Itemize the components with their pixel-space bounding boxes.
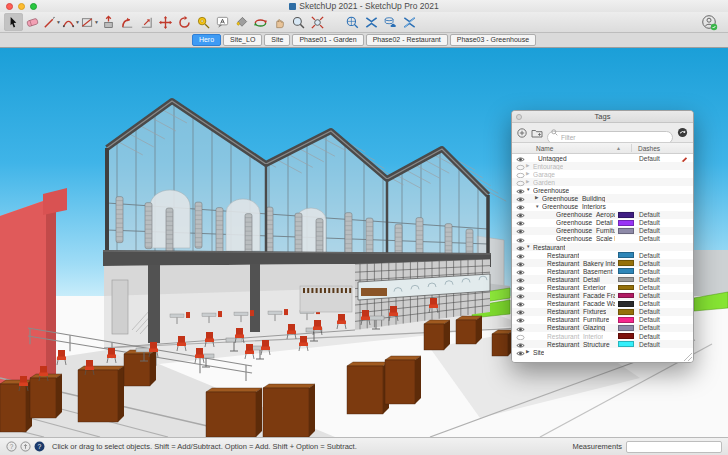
tag-color-swatch[interactable] (618, 325, 634, 331)
tag-row-untagged[interactable]: UntaggedDefault (512, 154, 693, 162)
extension-warehouse-tool[interactable] (400, 13, 419, 31)
search-3d-warehouse-tool[interactable] (343, 13, 362, 31)
select-tool[interactable] (4, 13, 23, 31)
tag-folder-row-garden[interactable]: ▶Garden (512, 178, 693, 186)
tags-panel-titlebar[interactable]: Tags (512, 111, 693, 123)
tag-color-swatch[interactable] (618, 212, 634, 218)
tag-color-swatch[interactable] (618, 317, 634, 323)
context-help-icon[interactable]: ? (34, 441, 45, 452)
line-tool[interactable]: ▼ (42, 13, 61, 31)
tag-row-restaurant-basement[interactable]: Restaurant_BasementDefault (512, 267, 693, 275)
tag-dashes-value[interactable]: Default (639, 276, 660, 283)
trimble-connect-tool[interactable] (381, 13, 400, 31)
push-pull-tool[interactable] (99, 13, 118, 31)
tag-row-restaurant-detail[interactable]: Restaurant_DetailDefault (512, 275, 693, 283)
tag-color-swatch[interactable] (618, 301, 634, 307)
tag-color-swatch[interactable] (618, 285, 634, 291)
tag-row-greenhouse-aeroponics[interactable]: Greenhouse_AeroponicsDefault (512, 211, 693, 219)
pan-tool[interactable] (270, 13, 289, 31)
visibility-eye-icon[interactable] (516, 350, 525, 358)
tag-dashes-value[interactable]: Default (639, 268, 660, 275)
scene-tab-site-lo[interactable]: Site_LO (223, 34, 262, 46)
scene-tab-phase01-garden[interactable]: Phase01 - Garden (292, 34, 363, 46)
tag-dashes-value[interactable]: Default (639, 308, 660, 315)
add-tag-button[interactable] (517, 128, 527, 138)
tag-dashes-value[interactable]: Default (639, 219, 660, 226)
rotate-tool[interactable] (175, 13, 194, 31)
tag-row-restaurant-fixtures[interactable]: Restaurant_FixturesDefault (512, 308, 693, 316)
tag-color-swatch[interactable] (618, 333, 634, 339)
tag-row-restaurant[interactable]: RestaurantDefault (512, 251, 693, 259)
tag-filter-field[interactable] (547, 126, 673, 139)
tag-folder-row-garage[interactable]: ▶Garage (512, 170, 693, 178)
tag-row-restaurant-facade-frame[interactable]: Restaurant_Facade FrameDefault (512, 292, 693, 300)
tag-dashes-value[interactable]: Default (639, 155, 660, 162)
tag-folder-row-greenhouse[interactable]: ▼Greenhouse (512, 186, 693, 194)
tag-color-swatch[interactable] (618, 309, 634, 315)
account-avatar-icon[interactable] (701, 14, 718, 31)
scene-tab-hero[interactable]: Hero (192, 34, 221, 46)
tag-color-swatch[interactable] (618, 220, 634, 226)
tag-color-swatch[interactable] (618, 341, 634, 347)
tag-dashes-value[interactable]: Default (639, 333, 660, 340)
3d-warehouse-tool[interactable] (362, 13, 381, 31)
tag-dashes-value[interactable]: Default (639, 324, 660, 331)
panel-resize-grip[interactable] (684, 353, 692, 361)
tag-row-restaurant-structure[interactable]: Restaurant_StructureDefault (512, 340, 693, 348)
offset-tool[interactable] (137, 13, 156, 31)
tags-column-header[interactable]: Name ▲ Dashes (512, 142, 693, 154)
tag-dashes-value[interactable]: Default (639, 211, 660, 218)
tag-dashes-value[interactable]: Default (639, 227, 660, 234)
help-icon[interactable]: ? (6, 441, 17, 452)
expand-arrow-icon[interactable]: ▶ (535, 195, 538, 200)
instructor-icon[interactable] (20, 441, 31, 452)
tag-folder-row-greenhouse-interiors[interactable]: ▼Greenhouse_Interiors (512, 203, 693, 211)
tag-dashes-value[interactable]: Default (639, 235, 660, 242)
text-tool[interactable] (213, 13, 232, 31)
scene-tab-phase02-restaurant[interactable]: Phase02 - Restaurant (366, 34, 448, 46)
tag-row-greenhouse-scale-figures[interactable]: Greenhouse_Scale FiguresDefault (512, 235, 693, 243)
scene-tab-site[interactable]: Site (264, 34, 290, 46)
follow-me-tool[interactable] (118, 13, 137, 31)
tags-details-button[interactable] (677, 127, 688, 138)
tag-row-restaurant-exterior[interactable]: Restaurant_ExteriorDefault (512, 284, 693, 292)
eraser-tool[interactable] (23, 13, 42, 31)
tag-folder-row-site[interactable]: ▶Site (512, 348, 693, 356)
paint-bucket-tool[interactable] (232, 13, 251, 31)
tag-color-swatch[interactable] (618, 260, 634, 266)
tag-dashes-value[interactable]: Default (639, 252, 660, 259)
expand-arrow-icon[interactable]: ▶ (526, 179, 529, 184)
expand-arrow-icon[interactable]: ▶ (526, 171, 529, 176)
tag-folder-row-restaurant[interactable]: ▼Restaurant (512, 243, 693, 251)
collapse-arrow-icon[interactable]: ▼ (526, 244, 530, 249)
collapse-arrow-icon[interactable]: ▼ (526, 187, 530, 192)
tag-row-restaurant-interior[interactable]: Restaurant_InteriorDefault (512, 332, 693, 340)
tag-row-restaurant-bakery-interior[interactable]: Restaurant_Bakery InteriorDefault (512, 259, 693, 267)
zoom-tool[interactable] (289, 13, 308, 31)
orbit-tool[interactable] (251, 13, 270, 31)
tag-color-swatch[interactable] (618, 277, 634, 283)
tag-row-restaurant-facade-wall[interactable]: Restaurant_Facade WallDefault (512, 300, 693, 308)
tag-dashes-value[interactable]: Default (639, 260, 660, 267)
tag-color-swatch[interactable] (618, 268, 634, 274)
tag-color-swatch[interactable] (618, 228, 634, 234)
tag-folder-row-greenhouse-building[interactable]: ▶Greenhouse_Building (512, 194, 693, 202)
collapse-arrow-icon[interactable]: ▼ (535, 204, 539, 209)
tape-measure-tool[interactable] (194, 13, 213, 31)
scene-tab-phase03-greenhouse[interactable]: Phase03 - Greenhouse (450, 34, 536, 46)
zoom-extents-tool[interactable] (308, 13, 327, 31)
tag-dashes-value[interactable]: Default (639, 284, 660, 291)
tag-dashes-value[interactable]: Default (639, 341, 660, 348)
move-tool[interactable] (156, 13, 175, 31)
tag-folder-row-entourage[interactable]: ▶Entourage (512, 162, 693, 170)
tag-row-restaurant-furniture[interactable]: Restaurant_FurnitureDefault (512, 316, 693, 324)
arc-tool[interactable]: ▼ (61, 13, 80, 31)
measurements-input[interactable] (626, 441, 722, 453)
tag-dashes-value[interactable]: Default (639, 292, 660, 299)
tag-color-swatch[interactable] (618, 293, 634, 299)
tag-dashes-value[interactable]: Default (639, 316, 660, 323)
expand-arrow-icon[interactable]: ▶ (526, 163, 529, 168)
tag-dashes-value[interactable]: Default (639, 300, 660, 307)
tag-row-restaurant-glazing[interactable]: Restaurant_GlazingDefault (512, 324, 693, 332)
tags-panel-close-button[interactable] (516, 114, 522, 120)
